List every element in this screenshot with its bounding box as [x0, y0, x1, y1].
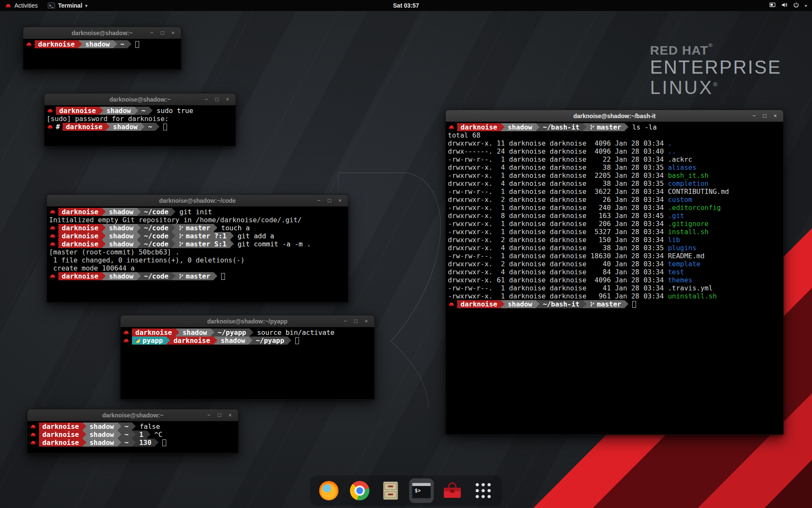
ls-line: drwxrwxr-x. 4 darknoise darknoise 38 Jan…	[448, 163, 781, 171]
ls-filename: .	[668, 139, 672, 147]
dock-item-terminal[interactable]	[409, 478, 434, 503]
window-titlebar[interactable]: darknoise@shadow:~/pyapp−□×	[121, 315, 374, 327]
ls-filename: .editorconfig	[668, 204, 721, 212]
powerline-separator-icon	[141, 123, 145, 131]
close-button[interactable]: ×	[226, 411, 234, 420]
prompt-segment-user: darknoise	[58, 208, 102, 216]
prompt-segment-git: master	[176, 224, 214, 232]
powerline-separator-icon	[128, 40, 132, 48]
dock-item-chrome[interactable]	[348, 478, 372, 503]
maximize-button[interactable]: □	[325, 196, 334, 205]
window-controls: −□×	[315, 196, 348, 205]
window-titlebar[interactable]: darknoise@shadow:~/bash-it−□×	[446, 110, 783, 122]
clock[interactable]: Sat 03:57	[393, 2, 419, 9]
powerline-separator-icon	[230, 240, 234, 248]
close-button[interactable]: ×	[336, 196, 344, 205]
prompt-line: darknoiseshadow~	[25, 40, 179, 48]
window-titlebar[interactable]: darknoise@shadow:~/code−□×	[47, 195, 348, 207]
prompt-segment-host: shadow	[106, 232, 137, 240]
prompt-segment-git: master	[587, 123, 625, 131]
powerline-separator-icon	[214, 337, 217, 345]
redhat-prompt-icon	[49, 240, 57, 248]
prompt-segment-user: darknoise	[63, 123, 106, 131]
powerline-separator-icon	[82, 422, 86, 431]
minimize-button[interactable]: −	[148, 29, 156, 37]
system-status-area[interactable]: ▾	[764, 0, 812, 11]
prompt-segment-user: darknoise	[170, 337, 214, 345]
prompt-segment-venv: pyapp	[132, 337, 166, 345]
ls-prefix: -rw-rw-r--. 1 darknoise darknoise 3622 J…	[448, 188, 668, 196]
terminal-content[interactable]: darknoiseshadow~	[23, 39, 181, 69]
ls-line: drwxrwxr-x. 11 darknoise darknoise 4096 …	[448, 139, 781, 147]
close-button[interactable]: ×	[362, 317, 370, 326]
powerline-separator-icon	[625, 300, 628, 308]
powerline-separator-icon	[102, 232, 106, 240]
close-button[interactable]: ×	[223, 95, 232, 104]
prompt-line: darknoiseshadow~1^C	[30, 431, 236, 439]
prompt-line: darknoiseshadow~/bash-itmasterls -la	[448, 123, 781, 131]
prompt-segment-git: master S:1	[176, 240, 230, 248]
prompt-segment-path: ~	[121, 439, 132, 447]
window-title: darknoise@shadow:~/bash-it	[446, 113, 783, 119]
terminal-window-exitcodes: darknoise@shadow:~−□×darknoiseshadow~fal…	[27, 409, 239, 453]
ls-prefix: -rw-rw-r--. 1 darknoise darknoise 18630 …	[448, 252, 668, 260]
terminal-content[interactable]: darknoiseshadow~/codegit initInitialized…	[47, 207, 348, 302]
redhat-prompt-icon	[123, 337, 130, 344]
terminal-window-bashit: darknoise@shadow:~/bash-it−□×darknoisesh…	[445, 110, 784, 435]
window-titlebar[interactable]: darknoise@shadow:~−□×	[23, 27, 181, 39]
powerline-separator-icon	[230, 232, 234, 240]
dock-item-grid[interactable]	[471, 478, 496, 503]
window-titlebar[interactable]: darknoise@shadow:~−□×	[27, 409, 238, 421]
maximize-button[interactable]: □	[213, 95, 221, 104]
terminal-cursor	[295, 337, 299, 344]
prompt-segment-user: darknoise	[39, 422, 82, 431]
powerline-separator-icon	[99, 107, 103, 115]
terminal-content[interactable]: darknoiseshadow~/pyappsource bin/activat…	[121, 327, 374, 399]
ls-line: drwxrwxr-x. 2 darknoise darknoise 40 Jan…	[448, 260, 781, 268]
powerline-separator-icon	[536, 300, 540, 308]
dock-item-firefox[interactable]	[317, 478, 341, 503]
prompt-segment-host: shadow	[86, 431, 118, 439]
maximize-button[interactable]: □	[215, 411, 224, 420]
terminal-icon	[412, 483, 431, 499]
dock-item-toolbox[interactable]	[440, 478, 465, 503]
dock-item-files[interactable]	[379, 478, 403, 503]
typed-command: source bin/activate	[257, 329, 335, 337]
prompt-segment-path: ~	[121, 422, 132, 431]
powerline-separator-icon	[536, 123, 540, 131]
terminal-content[interactable]: darknoiseshadow~falsedarknoiseshadow~1^C…	[27, 421, 238, 453]
window-titlebar[interactable]: darknoise@shadow:~−□×	[44, 94, 236, 105]
maximize-button[interactable]: □	[351, 317, 360, 326]
prompt-segment-path: ~/code	[141, 224, 172, 232]
terminal-content[interactable]: darknoiseshadow~sudo true[sudo] password…	[44, 105, 236, 146]
typed-command: sudo true	[156, 107, 193, 115]
powerline-separator-icon	[155, 439, 159, 447]
maximize-button[interactable]: □	[760, 112, 769, 120]
prompt-segment-host: shadow	[86, 422, 118, 431]
minimize-button[interactable]: −	[205, 411, 213, 420]
minimize-button[interactable]: −	[341, 317, 349, 326]
terminal-content[interactable]: darknoiseshadow~/bash-itmasterls -latota…	[446, 122, 783, 434]
ls-filename: install.sh	[668, 228, 708, 236]
close-button[interactable]: ×	[771, 112, 779, 120]
maximize-button[interactable]: □	[158, 29, 167, 37]
powerline-separator-icon	[82, 439, 86, 447]
ls-filename: CONTRIBUTING.md	[668, 188, 729, 196]
redhat-prompt-icon	[49, 273, 57, 280]
desktop: RED HAT® ENTERPRISE LINUX® Activities >_…	[0, 0, 812, 508]
powerline-separator-icon	[583, 123, 587, 131]
activities-button[interactable]: Activities	[0, 0, 43, 11]
minimize-button[interactable]: −	[750, 112, 758, 120]
terminal-cursor	[162, 439, 166, 446]
app-menu-terminal[interactable]: >_ Terminal ▾	[43, 0, 92, 11]
ls-filename: aliases	[668, 163, 696, 171]
powerline-separator-icon	[501, 300, 505, 308]
ls-prefix: drwxrwxr-x. 4 darknoise darknoise 84 Jan…	[448, 268, 668, 276]
show-applications-icon	[475, 482, 492, 500]
minimize-button[interactable]: −	[202, 95, 211, 104]
close-button[interactable]: ×	[169, 29, 177, 37]
minimize-button[interactable]: −	[315, 196, 323, 205]
powerline-separator-icon	[625, 123, 628, 131]
prompt-line: darknoiseshadow~false	[30, 422, 236, 431]
prompt-segment-path: ~/bash-it	[540, 123, 583, 131]
